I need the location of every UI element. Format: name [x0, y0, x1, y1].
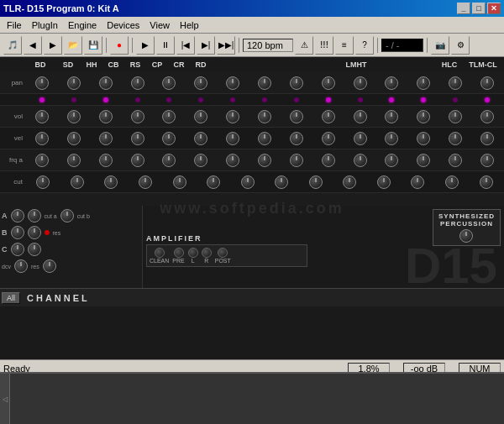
cut-knob-12[interactable]	[411, 175, 424, 189]
pan-knob-12[interactable]	[385, 76, 398, 90]
c-knob-1[interactable]	[11, 243, 24, 256]
vel-knob-11[interactable]	[354, 132, 367, 145]
menu-devices[interactable]: Devices	[102, 18, 144, 32]
frqa-knob-2[interactable]	[67, 154, 81, 167]
led-8[interactable]	[262, 97, 267, 102]
r-knob[interactable]	[202, 248, 212, 258]
a-knob-1[interactable]	[11, 209, 24, 222]
res-knob[interactable]	[43, 259, 56, 273]
tool-camera[interactable]: 📷	[431, 36, 449, 55]
led-10[interactable]	[326, 97, 331, 102]
tool-new[interactable]: 🎵	[3, 36, 22, 55]
menu-help[interactable]: Help	[175, 18, 204, 32]
vol-knob-7[interactable]	[226, 110, 239, 123]
cut-knob-6[interactable]	[207, 175, 220, 189]
menu-engine[interactable]: Engine	[63, 18, 102, 32]
frqa-knob-15[interactable]	[480, 154, 494, 167]
cut-knob-4[interactable]	[139, 175, 152, 189]
tool-step3[interactable]: ▶▶|	[217, 36, 235, 55]
frqa-knob-10[interactable]	[322, 154, 335, 167]
frqa-knob-4[interactable]	[131, 154, 144, 167]
a-knob-3[interactable]	[60, 209, 74, 222]
led-6[interactable]	[198, 97, 203, 102]
minimize-button[interactable]: _	[457, 3, 470, 14]
pan-knob-15[interactable]	[480, 76, 494, 90]
pan-knob-10[interactable]	[322, 76, 335, 90]
vel-knob-1[interactable]	[35, 132, 49, 145]
frqa-knob-12[interactable]	[385, 154, 398, 167]
maximize-button[interactable]: □	[472, 3, 486, 14]
tool-play[interactable]: ▶	[136, 36, 155, 55]
vol-knob-10[interactable]	[322, 110, 335, 123]
led-13[interactable]	[421, 97, 426, 102]
cut-knob-3[interactable]	[104, 175, 118, 189]
frqa-knob-11[interactable]	[354, 154, 367, 167]
a-knob-2[interactable]	[28, 209, 41, 222]
pan-knob-14[interactable]	[449, 76, 462, 90]
pan-knob-rs[interactable]	[162, 76, 176, 90]
cut-knob-5[interactable]	[173, 175, 186, 189]
vel-knob-8[interactable]	[258, 132, 271, 145]
vol-knob-12[interactable]	[385, 110, 398, 123]
b-knob-2[interactable]	[28, 226, 41, 239]
tool-pause[interactable]: ⏸	[156, 36, 175, 55]
tool-back[interactable]: ◀	[24, 36, 42, 55]
cut-knob-9[interactable]	[309, 175, 323, 189]
vel-knob-9[interactable]	[290, 132, 303, 145]
vol-knob-2[interactable]	[67, 110, 81, 123]
led-3[interactable]	[103, 97, 108, 102]
cut-knob-11[interactable]	[377, 175, 391, 189]
cut-knob-1[interactable]	[36, 175, 50, 189]
vol-knob-1[interactable]	[35, 110, 49, 123]
tool-seq[interactable]: ≡	[335, 36, 354, 55]
vol-knob-4[interactable]	[131, 110, 144, 123]
pan-knob-bd[interactable]	[35, 76, 49, 90]
pan-knob-rd[interactable]	[258, 76, 271, 90]
menu-view[interactable]: View	[144, 18, 175, 32]
vel-knob-12[interactable]	[385, 132, 398, 145]
all-button[interactable]: All	[2, 292, 20, 304]
led-5[interactable]	[166, 97, 171, 102]
led-11[interactable]	[358, 97, 363, 102]
cut-knob-14[interactable]	[480, 175, 493, 189]
vol-knob-13[interactable]	[417, 110, 430, 123]
close-button[interactable]: ✕	[487, 3, 501, 14]
led-9[interactable]	[294, 97, 299, 102]
vel-knob-7[interactable]	[226, 132, 239, 145]
vel-knob-4[interactable]	[131, 132, 144, 145]
menu-plugin[interactable]: PlugIn	[27, 18, 63, 32]
pan-knob-hh[interactable]	[99, 76, 113, 90]
pan-knob-cb[interactable]	[131, 76, 144, 90]
vol-knob-3[interactable]	[99, 110, 113, 123]
tool-settings[interactable]: ⚙	[451, 36, 470, 55]
led-12[interactable]	[389, 97, 394, 102]
led-1[interactable]	[39, 97, 45, 102]
pan-knob-cr[interactable]	[226, 76, 239, 90]
piano-scroll[interactable]: ◁	[0, 374, 10, 424]
cut-knob-8[interactable]	[275, 175, 288, 189]
tool-help[interactable]: ?	[355, 36, 374, 55]
cut-knob-7[interactable]	[241, 175, 255, 189]
vel-knob-14[interactable]	[449, 132, 462, 145]
vel-knob-3[interactable]	[99, 132, 113, 145]
pan-knob-sd[interactable]	[67, 76, 81, 90]
pan-knob-9[interactable]	[290, 76, 303, 90]
tool-step1[interactable]: |◀	[176, 36, 195, 55]
pan-knob-11[interactable]	[354, 76, 367, 90]
frqa-knob-3[interactable]	[99, 154, 113, 167]
vol-knob-9[interactable]	[290, 110, 303, 123]
frqa-knob-7[interactable]	[226, 154, 239, 167]
frqa-knob-9[interactable]	[290, 154, 303, 167]
cut-knob-10[interactable]	[343, 175, 356, 189]
vol-knob-14[interactable]	[449, 110, 462, 123]
cut-knob-13[interactable]	[445, 175, 459, 189]
tool-save[interactable]: 💾	[84, 36, 102, 55]
tool-step2[interactable]: ▶|	[197, 36, 215, 55]
vol-knob-11[interactable]	[354, 110, 367, 123]
tool-info[interactable]: !!!	[315, 36, 333, 55]
menu-file[interactable]: File	[2, 18, 27, 32]
vel-knob-13[interactable]	[417, 132, 430, 145]
frqa-knob-14[interactable]	[449, 154, 462, 167]
vol-knob-15[interactable]	[480, 110, 494, 123]
frqa-knob-1[interactable]	[35, 154, 49, 167]
